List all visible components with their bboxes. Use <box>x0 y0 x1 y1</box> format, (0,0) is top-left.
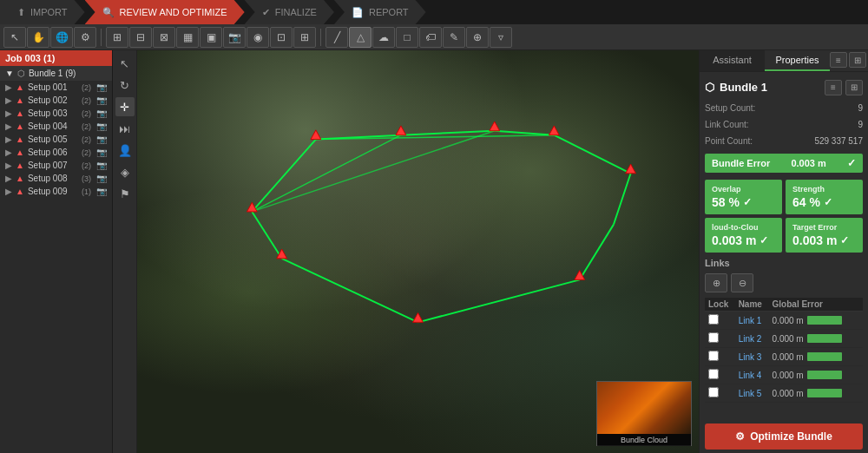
bundle-error-check: ✓ <box>847 157 856 169</box>
toolbar-btn-pin[interactable]: ⊕ <box>466 27 489 48</box>
toolbar-btn-tag[interactable]: 🏷 <box>419 27 442 48</box>
table-row: Link 3 0.000 m <box>705 348 863 366</box>
right-panel: Assistant Properties ≡ ⊞ ⬡ Bundle 1 ≡ ⊞ … <box>699 50 868 453</box>
toolbar-btn-grid[interactable]: ⊟ <box>129 27 152 48</box>
overlap-value: 58 % ✓ <box>712 195 752 209</box>
setup-001-cam-icon: 📷 <box>96 82 107 92</box>
lock-checkbox-1[interactable] <box>708 332 719 343</box>
toolbar-btn-nav[interactable]: ◉ <box>247 27 269 48</box>
setup-009[interactable]: ▶ ▲ Setup 009 (1) 📷 <box>0 185 112 198</box>
setup-007[interactable]: ▶ ▲ Setup 007 (2) 📷 <box>0 159 112 172</box>
properties-content: ⬡ Bundle 1 ≡ ⊞ Setup Count: 9 Link Count… <box>700 72 868 420</box>
bundle-error-label: Bundle Error <box>712 158 770 168</box>
overlap-cell: Overlap 58 % ✓ <box>705 180 782 214</box>
panel-expand-btn[interactable]: ⊞ <box>849 52 866 68</box>
lock-checkbox-0[interactable] <box>708 314 719 325</box>
links-add-btn[interactable]: ⊕ <box>705 273 727 292</box>
lock-checkbox-3[interactable] <box>708 369 719 379</box>
setup-007-label: Setup 007 <box>28 161 68 170</box>
side-person-btn[interactable]: 👤 <box>115 141 135 160</box>
triangle-icon-6: ▲ <box>16 148 24 157</box>
step-review[interactable]: 🔍 REVIEW AND OPTIMIZE <box>85 0 245 24</box>
bundle-list-icon[interactable]: ≡ <box>825 80 842 95</box>
toolbar-btn-drop[interactable]: ▿ <box>490 27 512 48</box>
setup-005[interactable]: ▶ ▲ Setup 005 (2) 📷 <box>0 133 112 146</box>
setup-001[interactable]: ▶ ▲ Setup 001 (2) 📷 <box>0 81 112 94</box>
toolbar-btn-line[interactable]: ╱ <box>326 27 348 48</box>
toolbar-btn-layers[interactable]: ⊞ <box>106 27 128 48</box>
col-name: Name <box>735 298 769 312</box>
toolbar-btn-cloud[interactable]: ☁ <box>372 27 395 48</box>
toolbar-btn-view[interactable]: ▦ <box>176 27 199 48</box>
toolbar-btn-measure[interactable]: ⊡ <box>270 27 293 48</box>
toolbar-btn-globe[interactable]: 🌐 <box>50 27 73 48</box>
expand-icon-8: ▶ <box>5 174 12 183</box>
side-skip-btn[interactable]: ⏭ <box>115 119 135 138</box>
toolbar-btn-triangle[interactable]: △ <box>349 27 372 48</box>
job-label[interactable]: Job 003 (1) <box>0 50 112 66</box>
link-name-3[interactable]: Link 4 <box>739 371 762 380</box>
setup-008-cam-icon: 📷 <box>96 174 107 183</box>
triangle-icon-2: ▲ <box>16 95 24 105</box>
bundle-grid-icon[interactable]: ⊞ <box>845 80 863 95</box>
setup-003[interactable]: ▶ ▲ Setup 003 (2) 📷 <box>0 107 112 120</box>
table-row: Link 1 0.000 m <box>705 312 863 330</box>
lock-checkbox-2[interactable] <box>708 351 719 361</box>
lock-checkbox-4[interactable] <box>708 387 719 397</box>
setup-005-count: (2) <box>82 135 91 144</box>
setup-002[interactable]: ▶ ▲ Setup 002 (2) 📷 <box>0 94 112 107</box>
toolbar-btn-scan[interactable]: ⊠ <box>153 27 175 48</box>
toolbar-btn-frame[interactable]: ▣ <box>200 27 222 48</box>
strength-value: 64 % ✓ <box>792 195 832 209</box>
side-crosshair-btn[interactable]: ✛ <box>115 97 135 116</box>
mini-preview: Bundle Cloud <box>596 381 692 446</box>
link-name-2[interactable]: Link 3 <box>739 352 762 362</box>
expand-icon-2: ▶ <box>5 95 12 105</box>
top-bar: ⬆ IMPORT 🔍 REVIEW AND OPTIMIZE ✔ FINALIZ… <box>0 0 868 24</box>
target-error-check: ✓ <box>840 234 849 246</box>
tab-assistant[interactable]: Assistant <box>700 50 765 71</box>
setup-001-label: Setup 001 <box>28 82 68 92</box>
link-name-4[interactable]: Link 5 <box>739 389 762 398</box>
toolbar: ↖ ✋ 🌐 ⚙ ⊞ ⊟ ⊠ ▦ ▣ 📷 ◉ ⊡ ⊞ ╱ △ ☁ □ 🏷 ✎ ⊕ … <box>0 24 868 50</box>
toolbar-group-1: ↖ ✋ 🌐 ⚙ <box>3 27 96 48</box>
step-import[interactable]: ⬆ IMPORT <box>0 0 85 24</box>
bundle-item[interactable]: ▼ ⬡ Bundle 1 (9) <box>0 66 112 81</box>
side-flag-btn[interactable]: ⚑ <box>115 184 135 203</box>
setup-008[interactable]: ▶ ▲ Setup 008 (3) 📷 <box>0 172 112 185</box>
toolbar-btn-compass[interactable]: ⊞ <box>293 27 316 48</box>
links-remove-btn[interactable]: ⊖ <box>731 273 753 292</box>
report-icon: 📄 <box>352 7 364 18</box>
toolbar-btn-cursor[interactable]: ↖ <box>3 27 26 48</box>
toolbar-btn-settings[interactable]: ⚙ <box>74 27 96 48</box>
setup-004-label: Setup 004 <box>28 121 68 131</box>
bundle-title-text: Bundle 1 <box>720 81 767 94</box>
metrics-grid: Overlap 58 % ✓ Strength 64 % ✓ loud-to-C… <box>705 180 863 253</box>
setup-009-cam-icon: 📷 <box>96 187 107 196</box>
setup-006-label: Setup 006 <box>28 148 68 157</box>
step-finalize[interactable]: ✔ FINALIZE <box>245 0 334 24</box>
panel-collapse-btn[interactable]: ≡ <box>830 52 847 68</box>
toolbar-btn-hand[interactable]: ✋ <box>27 27 49 48</box>
setup-007-cam-icon: 📷 <box>96 161 107 170</box>
toolbar-btn-box[interactable]: □ <box>396 27 418 48</box>
optimize-icon: ⚙ <box>735 430 745 443</box>
sep-1 <box>101 29 102 46</box>
strength-label: Strength <box>792 185 825 194</box>
toolbar-btn-camera[interactable]: 📷 <box>223 27 246 48</box>
step-report[interactable]: 📄 REPORT <box>334 0 426 24</box>
link-name-0[interactable]: Link 1 <box>739 316 762 325</box>
optimize-bundle-btn[interactable]: ⚙ Optimize Bundle <box>705 423 863 450</box>
toolbar-btn-anchor[interactable]: ✎ <box>443 27 465 48</box>
expand-icon-7: ▶ <box>5 161 12 170</box>
setup-006[interactable]: ▶ ▲ Setup 006 (2) 📷 <box>0 146 112 159</box>
side-map-btn[interactable]: ◈ <box>115 162 135 181</box>
setup-002-cam-icon: 📷 <box>96 95 107 105</box>
link-name-1[interactable]: Link 2 <box>739 334 762 344</box>
side-cursor-btn[interactable]: ↖ <box>115 54 135 73</box>
tab-properties[interactable]: Properties <box>765 50 830 71</box>
side-rotate-btn[interactable]: ↻ <box>115 76 135 95</box>
setup-004[interactable]: ▶ ▲ Setup 004 (2) 📷 <box>0 120 112 133</box>
setup-003-cam-icon: 📷 <box>96 108 107 118</box>
viewport[interactable]: Bundle Cloud <box>137 50 699 453</box>
